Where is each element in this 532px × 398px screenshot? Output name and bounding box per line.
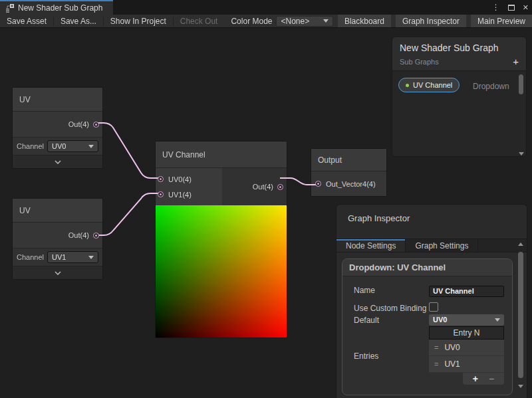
save-asset-button[interactable]: Save Asset (0, 15, 53, 28)
node-title: Output (311, 149, 386, 171)
port-label-out: Out(4) (68, 120, 89, 128)
node-title: UV (13, 199, 102, 223)
chevron-down-icon (323, 19, 329, 23)
scrollbar-thumb[interactable] (518, 252, 523, 378)
blackboard-body: UV Channel Dropdown (392, 71, 526, 157)
blackboard-item-type: Dropdown (473, 82, 509, 91)
window-maximize-icon[interactable] (508, 5, 515, 11)
chevron-down-icon (88, 256, 94, 259)
chevron-down-icon (55, 271, 61, 275)
main-preview-toggle-button[interactable]: Main Preview (471, 15, 532, 27)
color-mode-value: <None> (281, 17, 309, 26)
add-property-button[interactable]: + (513, 58, 519, 65)
uv-gradient-preview (156, 205, 287, 338)
port-label-out: Out(4) (68, 231, 89, 239)
tab-new-shader-sub-graph[interactable]: New Shader Sub Graph (0, 0, 113, 15)
entries-label: Entries (354, 350, 429, 361)
node-title: UV (13, 88, 102, 112)
node-uv-1[interactable]: UV Out(4) Channel UV0 (12, 87, 103, 169)
graph-inspector-panel: Graph Inspector Node Settings Graph Sett… (336, 204, 527, 398)
shader-graph-window: New Shader Sub Graph ⋮ ✕ Save Asset Save… (0, 0, 532, 398)
scroll-down-icon[interactable] (518, 385, 523, 388)
color-mode-label: Color Mode (224, 17, 276, 26)
save-as-button[interactable]: Save As... (54, 15, 103, 28)
channel-dropdown[interactable]: UV0 (47, 140, 98, 152)
node-output[interactable]: Output Out_Vector4(4) (311, 148, 387, 197)
tab-title: New Shader Sub Graph (18, 3, 102, 13)
blackboard-subtitle: Sub Graphs (400, 58, 439, 66)
entries-footer: + − (463, 373, 504, 385)
add-entry-button[interactable]: + (473, 374, 478, 383)
entry-row-uv0[interactable]: = UV0 (429, 340, 504, 356)
scroll-up-icon[interactable] (518, 243, 523, 246)
node-uv-channel[interactable]: UV Channel UV0(4) UV1(4) Out(4) (155, 141, 287, 338)
name-label: Name (354, 284, 429, 295)
scrollbar-thumb[interactable] (519, 74, 523, 94)
name-input[interactable] (429, 286, 504, 297)
port-label-uv1: UV1(4) (168, 191, 192, 199)
channel-dropdown[interactable]: UV1 (47, 251, 98, 263)
color-mode-dropdown[interactable]: <None> (276, 16, 332, 27)
blackboard-panel: New Shader Sub Graph Sub Graphs + UV Cha… (392, 37, 527, 157)
shader-graph-icon (5, 4, 14, 13)
channel-label: Channel (17, 253, 46, 261)
chevron-down-icon (55, 160, 61, 164)
input-port-out-vector4[interactable] (315, 181, 321, 187)
remove-entry-button[interactable]: − (489, 374, 494, 383)
input-port-uv1[interactable] (158, 191, 164, 197)
tab-node-settings[interactable]: Node Settings (336, 239, 406, 252)
port-label-out-vector4: Out_Vector4(4) (326, 180, 376, 188)
chevron-down-icon (88, 145, 94, 148)
channel-label: Channel (17, 142, 46, 150)
entries-header: Entry N (429, 326, 504, 340)
dropdown-settings-section: Dropdown: UV Channel Name Use Custom Bin… (342, 258, 513, 395)
inspector-content: Dropdown: UV Channel Name Use Custom Bin… (336, 252, 527, 397)
graph-canvas[interactable]: UV Out(4) Channel UV0 UV Out (0, 28, 532, 398)
output-port[interactable] (93, 122, 99, 128)
edge-uv2-to-uvchannel[interactable] (95, 193, 160, 235)
blackboard-item-label: UV Channel (413, 81, 452, 89)
section-title: Dropdown: UV Channel (342, 259, 512, 276)
blackboard-header[interactable]: New Shader Sub Graph Sub Graphs + (392, 37, 526, 71)
default-dropdown[interactable]: UV0 (429, 314, 504, 326)
collapse-previews-button[interactable] (13, 266, 102, 279)
drag-handle-icon[interactable]: = (434, 360, 438, 368)
entry-value: UV1 (444, 359, 460, 369)
graph-inspector-title: Graph Inspector (336, 205, 527, 239)
show-in-project-button[interactable]: Show In Project (104, 15, 173, 28)
drag-handle-icon[interactable]: = (434, 344, 438, 351)
port-label-uv0: UV0(4) (168, 175, 192, 183)
exposed-dot-icon (406, 84, 409, 87)
graph-inspector-toggle-button[interactable]: Graph Inspector (396, 15, 466, 27)
collapse-previews-button[interactable] (13, 155, 102, 168)
node-title: UV Channel (156, 142, 287, 168)
scroll-down-icon[interactable] (519, 152, 524, 155)
channel-value: UV1 (52, 253, 66, 261)
inspector-tab-bar: Node Settings Graph Settings (336, 239, 527, 252)
output-port[interactable] (277, 184, 283, 190)
window-menu-icon[interactable]: ⋮ (492, 3, 500, 11)
blackboard-toggle-button[interactable]: Blackboard (338, 15, 391, 27)
input-port-uv0[interactable] (158, 176, 164, 182)
use-custom-binding-label: Use Custom Binding (354, 302, 429, 313)
chevron-down-icon (495, 318, 500, 322)
entry-value: UV0 (444, 343, 460, 352)
blackboard-title: New Shader Sub Graph (400, 43, 519, 53)
blackboard-item-uv-channel[interactable]: UV Channel (398, 78, 460, 92)
entry-row-uv1[interactable]: = UV1 (429, 356, 504, 373)
check-out-button[interactable]: Check Out (174, 15, 225, 28)
output-port[interactable] (93, 233, 99, 239)
tab-graph-settings[interactable]: Graph Settings (406, 239, 478, 252)
window-close-icon[interactable]: ✕ (523, 4, 529, 11)
blackboard-scrollbar[interactable] (518, 73, 525, 155)
node-uv-2[interactable]: UV Out(4) Channel UV1 (12, 198, 103, 280)
port-label-out: Out(4) (253, 183, 273, 191)
default-value: UV0 (433, 316, 447, 324)
use-custom-binding-checkbox[interactable] (429, 302, 438, 312)
title-bar: New Shader Sub Graph ⋮ ✕ (0, 0, 532, 15)
graph-toolbar: Save Asset Save As... Show In Project Ch… (0, 15, 532, 28)
inspector-scrollbar[interactable] (517, 239, 525, 397)
edge-uv1-to-uvchannel[interactable] (95, 123, 160, 178)
channel-value: UV0 (52, 142, 66, 150)
default-label: Default (354, 314, 429, 325)
